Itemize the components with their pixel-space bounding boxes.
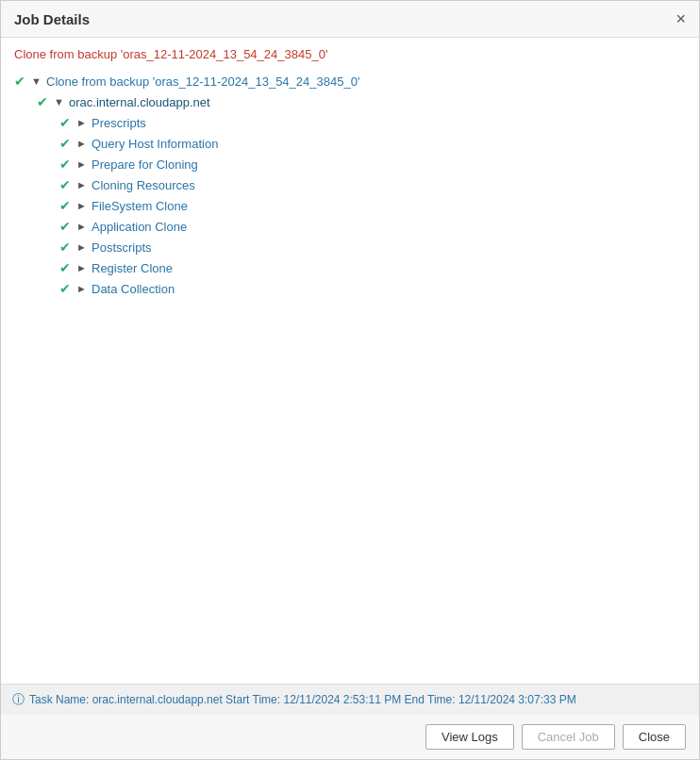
- check-icon-item-5: ✔: [54, 219, 76, 234]
- tree-toggle-item-0[interactable]: ►: [76, 117, 92, 128]
- check-icon-item-0: ✔: [54, 115, 76, 130]
- tree-item-label-8: Data Collection: [92, 282, 175, 296]
- tree-item: ✔ ► Register Clone: [1, 257, 699, 278]
- tree-host-label: orac.internal.cloudapp.net: [69, 95, 210, 109]
- tree-toggle-item-1[interactable]: ►: [76, 138, 92, 149]
- dialog-footer: ⓘ Task Name: orac.internal.cloudapp.net …: [1, 684, 699, 759]
- check-icon-item-7: ✔: [54, 260, 76, 275]
- cancel-job-button[interactable]: Cancel Job: [522, 724, 615, 750]
- check-icon-item-3: ✔: [54, 177, 76, 192]
- tree-toggle-item-2[interactable]: ►: [76, 158, 92, 170]
- tree-item-label-7: Register Clone: [92, 261, 173, 275]
- tree-item: ✔ ► Data Collection: [1, 278, 699, 299]
- tree-root-label: Clone from backup 'oras_12-11-2024_13_54…: [46, 74, 359, 89]
- tree-item-label-0: Prescripts: [92, 116, 146, 130]
- tree-item: ✔ ► Cloning Resources: [1, 174, 699, 195]
- job-tree-body: ✔ ▼ Clone from backup 'oras_12-11-2024_1…: [1, 67, 699, 684]
- tree-toggle-item-7[interactable]: ►: [76, 262, 92, 273]
- dialog-title: Job Details: [14, 11, 90, 27]
- footer-buttons: View Logs Cancel Job Close: [1, 715, 699, 759]
- tree-item-label-1: Query Host Information: [92, 137, 218, 151]
- tree-item: ✔ ► Application Clone: [1, 216, 699, 237]
- tree-item-label-5: Application Clone: [92, 220, 187, 234]
- info-icon: ⓘ: [12, 691, 25, 708]
- check-icon-item-6: ✔: [54, 240, 76, 255]
- job-details-dialog: Job Details × Clone from backup 'oras_12…: [0, 0, 700, 760]
- tree-item: ✔ ► FileSystem Clone: [1, 195, 699, 216]
- dialog-subtitle: Clone from backup 'oras_12-11-2024_13_54…: [1, 38, 699, 67]
- tree-item-label-2: Prepare for Cloning: [92, 157, 198, 172]
- tree-item-label-4: FileSystem Clone: [92, 199, 188, 213]
- tree-item-label-3: Cloning Resources: [92, 178, 195, 192]
- tree-item: ✔ ► Postscripts: [1, 237, 699, 257]
- view-logs-button[interactable]: View Logs: [425, 724, 514, 750]
- check-icon-item-2: ✔: [54, 157, 76, 172]
- tree-item: ✔ ► Query Host Information: [1, 133, 699, 154]
- tree-toggle-root[interactable]: ▼: [31, 75, 46, 87]
- tree-item-label-6: Postscripts: [92, 240, 152, 255]
- tree-toggle-item-5[interactable]: ►: [76, 221, 92, 232]
- check-icon-host: ✔: [31, 94, 54, 109]
- close-icon-button[interactable]: ×: [675, 10, 686, 27]
- tree-toggle-item-4[interactable]: ►: [76, 200, 92, 211]
- dialog-header: Job Details ×: [1, 1, 699, 38]
- check-icon-item-1: ✔: [54, 136, 76, 151]
- check-icon-root: ✔: [8, 74, 31, 89]
- tree-toggle-item-6[interactable]: ►: [76, 241, 92, 253]
- tree-item: ✔ ► Prepare for Cloning: [1, 154, 699, 174]
- check-icon-item-8: ✔: [54, 281, 76, 296]
- tree-toggle-item-8[interactable]: ►: [76, 283, 92, 294]
- tree-items: ✔ ► Prescripts ✔ ► Query Host Informatio…: [1, 112, 699, 299]
- check-icon-item-4: ✔: [54, 198, 76, 213]
- tree-toggle-item-3[interactable]: ►: [76, 179, 92, 190]
- tree-item: ✔ ► Prescripts: [1, 112, 699, 133]
- close-button[interactable]: Close: [623, 724, 686, 750]
- tree-root-item: ✔ ▼ Clone from backup 'oras_12-11-2024_1…: [1, 71, 699, 91]
- footer-info-text: Task Name: orac.internal.cloudapp.net St…: [29, 693, 576, 706]
- tree-host-item: ✔ ▼ orac.internal.cloudapp.net: [1, 91, 699, 112]
- tree-toggle-host[interactable]: ▼: [54, 96, 69, 107]
- footer-info-bar: ⓘ Task Name: orac.internal.cloudapp.net …: [1, 685, 699, 715]
